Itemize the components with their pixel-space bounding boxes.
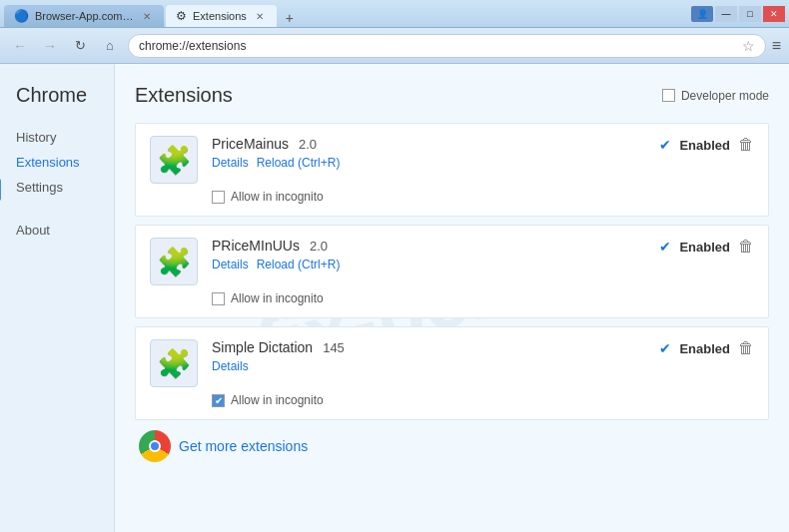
- home-button[interactable]: ⌂: [98, 34, 122, 58]
- ext-name-row-3: Simple Dictation 145: [212, 339, 645, 355]
- title-bar: 🔵 Browser-App.com - A fre... ✕ ⚙ Extensi…: [0, 0, 789, 28]
- developer-mode-label: Developer mode: [681, 89, 769, 103]
- ext-version-3: 145: [323, 340, 345, 355]
- ext-links-3: Details: [212, 359, 645, 373]
- ext-controls-3: ✔ Enabled 🗑: [659, 339, 754, 357]
- menu-button[interactable]: ≡: [772, 37, 781, 55]
- back-button[interactable]: ←: [8, 34, 32, 58]
- ext-version-1: 2.0: [299, 137, 317, 152]
- ext-details-link-1[interactable]: Details: [212, 156, 249, 170]
- sidebar-title: Chrome: [16, 84, 114, 107]
- forward-button[interactable]: →: [38, 34, 62, 58]
- ext-row-2: 🧩 PRiceMInUUs 2.0 Details Reload (Ctrl+R…: [150, 238, 754, 285]
- get-more-extensions: Get more extensions: [135, 430, 769, 462]
- ext-icon-1: 🧩: [150, 136, 198, 184]
- enabled-checkmark-2: ✔: [659, 239, 671, 255]
- ext-name-row-1: PriceMainus 2.0: [212, 136, 645, 152]
- close-button[interactable]: ✕: [763, 6, 785, 22]
- ext-name-row-2: PRiceMInUUs 2.0: [212, 238, 645, 254]
- developer-mode-checkbox[interactable]: [662, 89, 675, 102]
- ext-reload-link-2[interactable]: Reload (Ctrl+R): [257, 258, 341, 271]
- tabs-area: 🔵 Browser-App.com - A fre... ✕ ⚙ Extensi…: [4, 0, 301, 27]
- reload-button[interactable]: ↻: [68, 34, 92, 58]
- toolbar: ← → ↻ ⌂ chrome://extensions ☆ ≡: [0, 28, 789, 64]
- ext-name-3: Simple Dictation: [212, 339, 313, 355]
- puzzle-icon-3: 🧩: [157, 347, 192, 380]
- extension-item-1: 🧩 PriceMainus 2.0 Details Reload (Ctrl+R…: [135, 123, 769, 217]
- ext-links-2: Details Reload (Ctrl+R): [212, 258, 645, 271]
- ext-icon-2: 🧩: [150, 238, 198, 285]
- puzzle-icon-1: 🧩: [157, 144, 192, 177]
- bookmark-button[interactable]: ☆: [742, 38, 755, 54]
- main-content: fix-pc.com Extensions Developer mode 🧩: [115, 64, 789, 532]
- ext-incognito-1: Allow in incognito: [212, 190, 754, 204]
- ext-reload-link-1[interactable]: Reload (Ctrl+R): [257, 156, 341, 170]
- url-text: chrome://extensions: [139, 39, 742, 53]
- window-controls: 👤 — □ ✕: [691, 6, 785, 22]
- ext-controls-1: ✔ Enabled 🗑: [659, 136, 754, 154]
- ext-name-2: PRiceMInUUs: [212, 238, 300, 254]
- incognito-checkbox-3[interactable]: ✔: [212, 394, 225, 407]
- ext-info-1: PriceMainus 2.0 Details Reload (Ctrl+R): [212, 136, 645, 170]
- puzzle-icon-2: 🧩: [157, 246, 192, 278]
- tab-title-2: Extensions: [193, 10, 247, 22]
- enabled-checkmark-3: ✔: [659, 340, 671, 356]
- enabled-label-2: Enabled: [679, 240, 730, 255]
- tab-title-1: Browser-App.com - A fre...: [35, 10, 134, 22]
- ext-info-2: PRiceMInUUs 2.0 Details Reload (Ctrl+R): [212, 238, 645, 271]
- extension-item-2: 🧩 PRiceMInUUs 2.0 Details Reload (Ctrl+R…: [135, 225, 769, 318]
- tab-browser-app[interactable]: 🔵 Browser-App.com - A fre... ✕: [4, 5, 164, 27]
- incognito-checkbox-2[interactable]: [212, 292, 225, 305]
- delete-icon-1[interactable]: 🗑: [738, 136, 754, 154]
- new-tab-button[interactable]: +: [279, 9, 301, 27]
- tab-favicon-1: 🔵: [14, 9, 29, 23]
- ext-info-3: Simple Dictation 145 Details: [212, 339, 645, 373]
- sidebar-item-history[interactable]: History: [16, 125, 114, 150]
- ext-details-link-3[interactable]: Details: [212, 359, 249, 373]
- extension-item-3: 🧩 Simple Dictation 145 Details ✔ Enab: [135, 326, 769, 420]
- address-bar[interactable]: chrome://extensions ☆: [128, 34, 766, 58]
- ext-icon-3: 🧩: [150, 339, 198, 387]
- ext-version-2: 2.0: [310, 239, 328, 254]
- ext-controls-2: ✔ Enabled 🗑: [659, 238, 754, 256]
- sidebar: Chrome History Extensions Settings About: [0, 64, 115, 532]
- content-inner: Extensions Developer mode 🧩 PriceMainus …: [135, 84, 769, 462]
- ext-incognito-2: Allow in incognito: [212, 291, 754, 305]
- ext-row-1: 🧩 PriceMainus 2.0 Details Reload (Ctrl+R…: [150, 136, 754, 184]
- ext-row-3: 🧩 Simple Dictation 145 Details ✔ Enab: [150, 339, 754, 387]
- page-title: Extensions: [135, 84, 233, 107]
- tab-close-2[interactable]: ✕: [253, 10, 267, 23]
- chrome-logo-inner: [149, 440, 161, 452]
- incognito-label-1: Allow in incognito: [231, 190, 324, 204]
- tab-close-1[interactable]: ✕: [140, 10, 154, 23]
- maximize-button[interactable]: □: [739, 6, 761, 22]
- developer-mode: Developer mode: [662, 89, 769, 103]
- enabled-label-3: Enabled: [679, 341, 730, 356]
- sidebar-item-extensions[interactable]: Extensions: [16, 150, 114, 175]
- ext-incognito-3: ✔ Allow in incognito: [212, 393, 754, 407]
- incognito-label-3: Allow in incognito: [231, 393, 324, 407]
- tab-favicon-2: ⚙: [176, 9, 187, 23]
- incognito-checkbox-1[interactable]: [212, 191, 225, 204]
- delete-icon-2[interactable]: 🗑: [738, 238, 754, 256]
- browser-content: Chrome History Extensions Settings About…: [0, 64, 789, 532]
- ext-details-link-2[interactable]: Details: [212, 258, 249, 271]
- get-more-link[interactable]: Get more extensions: [179, 438, 308, 454]
- user-button[interactable]: 👤: [691, 6, 713, 22]
- sidebar-item-about[interactable]: About: [16, 218, 114, 243]
- sidebar-item-settings[interactable]: Settings: [16, 175, 114, 200]
- tab-extensions[interactable]: ⚙ Extensions ✕: [166, 5, 277, 27]
- delete-icon-3[interactable]: 🗑: [738, 339, 754, 357]
- ext-links-1: Details Reload (Ctrl+R): [212, 156, 645, 170]
- minimize-button[interactable]: —: [715, 6, 737, 22]
- ext-name-1: PriceMainus: [212, 136, 289, 152]
- page-header: Extensions Developer mode: [135, 84, 769, 107]
- incognito-label-2: Allow in incognito: [231, 291, 324, 305]
- active-indicator: [0, 179, 1, 201]
- chrome-logo: [139, 430, 171, 462]
- enabled-label-1: Enabled: [679, 138, 730, 153]
- enabled-checkmark-1: ✔: [659, 137, 671, 153]
